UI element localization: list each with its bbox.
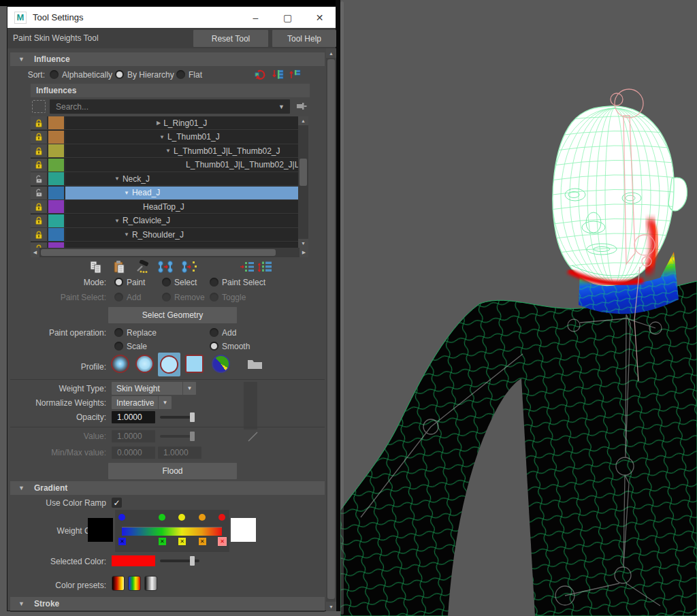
color-preset-grayscale[interactable]	[144, 576, 157, 591]
lock-toggle[interactable]	[31, 187, 48, 199]
lock-toggle[interactable]	[31, 242, 48, 248]
ramp-stop-color-handle[interactable]: ✕	[218, 538, 226, 545]
tree-expand-arrow-icon[interactable]: ▼	[114, 176, 120, 182]
op-add-label[interactable]: Add	[222, 328, 236, 338]
tree-expand-arrow-icon[interactable]: ▼	[124, 190, 129, 196]
max-weight-color-swatch[interactable]	[231, 518, 256, 542]
weight-type-dropdown[interactable]: Skin Weight▼	[112, 382, 196, 395]
op-scale-label[interactable]: Scale	[127, 342, 147, 351]
selected-color-slider[interactable]	[160, 560, 199, 562]
title-bar[interactable]: M Tool Settings – ▢ ✕	[7, 7, 336, 28]
selected-color-swatch[interactable]	[112, 555, 155, 566]
lock-toggle[interactable]	[31, 159, 48, 172]
lock-toggle[interactable]	[31, 172, 48, 185]
copy-weights-icon[interactable]	[89, 260, 103, 274]
min-weight-color-swatch[interactable]	[88, 518, 113, 542]
color-preset-fire[interactable]	[112, 576, 125, 591]
paste-weights-icon[interactable]	[112, 260, 126, 274]
influence-row[interactable]: ▼ Head_J	[31, 187, 298, 200]
mode-select-radio[interactable]	[162, 278, 171, 287]
viewport-3d[interactable]	[340, 0, 697, 616]
tool-help-button[interactable]: Tool Help	[272, 30, 336, 47]
brush-square-icon[interactable]	[185, 355, 204, 373]
scroll-up-arrow[interactable]: ▲	[326, 48, 336, 58]
sort-flat-label[interactable]: Flat	[189, 70, 202, 80]
color-ramp-bar[interactable]	[122, 527, 222, 536]
color-preset-rainbow[interactable]	[128, 576, 141, 591]
influence-row[interactable]: ▶ L_Ring01_J	[31, 116, 298, 130]
scroll-down-arrow[interactable]: ▼	[298, 239, 308, 248]
stroke-section-header[interactable]: ▼ Stroke	[10, 597, 325, 611]
ramp-stop-position-handle[interactable]	[159, 514, 165, 521]
op-scale-radio[interactable]	[114, 342, 123, 351]
mode-paint-label[interactable]: Paint	[127, 278, 145, 287]
flood-button[interactable]: Flood	[108, 463, 237, 479]
character-model[interactable]	[340, 0, 697, 616]
sort-hierarchy-radio[interactable]	[115, 70, 124, 79]
show-influences-list-icon[interactable]	[240, 261, 255, 273]
mode-select-label[interactable]: Select	[174, 278, 197, 287]
collapse-arrow-icon[interactable]: ▼	[18, 485, 25, 491]
scroll-right-arrow[interactable]: ▶	[299, 248, 308, 257]
pin-icon[interactable]	[295, 101, 307, 112]
mode-paint-select-label[interactable]: Paint Select	[222, 278, 265, 287]
brush-soft-icon[interactable]	[135, 355, 154, 373]
ramp-stop-color-handle[interactable]: ✕	[159, 538, 166, 545]
ramp-stop-color-handle[interactable]: ✕	[178, 538, 186, 545]
influence-row[interactable]: HeadTop_J	[31, 200, 298, 214]
sort-list-down-icon[interactable]	[272, 69, 284, 80]
influence-row[interactable]: ▼ R_Shoulder_J	[31, 228, 298, 242]
show-selected-influence-icon[interactable]	[257, 261, 272, 273]
list-vertical-scrollbar[interactable]: ▲ ▼	[298, 116, 308, 248]
move-influences-icon[interactable]	[157, 260, 174, 274]
search-dropdown-arrow-icon[interactable]: ▼	[278, 103, 285, 110]
influences-list[interactable]: ▶ L_Ring01_J ▼ L_Thumb01_J ▼ L_Thumb01_J…	[31, 116, 298, 248]
lock-toggle[interactable]	[31, 214, 48, 227]
slider-handle[interactable]	[190, 412, 195, 422]
lock-toggle[interactable]	[31, 200, 48, 213]
ramp-stop-position-handle[interactable]	[118, 514, 125, 521]
panel-scrollbar[interactable]: ▲ ▼	[326, 48, 336, 611]
opacity-field[interactable]: 1.0000	[112, 411, 155, 423]
minimize-button[interactable]: –	[240, 7, 272, 28]
maximize-button[interactable]: ▢	[272, 7, 304, 28]
ramp-stop-position-handle[interactable]	[199, 514, 206, 521]
lock-toggle[interactable]	[31, 116, 48, 129]
collapse-arrow-icon[interactable]: ▼	[18, 56, 25, 63]
marquee-select-icon[interactable]	[32, 100, 46, 113]
close-button[interactable]: ✕	[304, 7, 336, 28]
tree-expand-arrow-icon[interactable]: ▼	[114, 218, 120, 224]
reset-tool-button[interactable]: Reset Tool	[193, 30, 268, 47]
op-add-radio[interactable]	[210, 328, 218, 337]
scroll-thumb[interactable]	[41, 249, 276, 256]
op-replace-label[interactable]: Replace	[127, 328, 157, 338]
tree-expand-arrow-icon[interactable]: ▼	[165, 148, 171, 154]
brush-gaussian-icon[interactable]	[111, 355, 129, 373]
brush-solid-icon[interactable]	[160, 355, 178, 374]
refresh-influences-icon[interactable]	[255, 69, 267, 80]
search-input[interactable]: Search... ▼	[50, 99, 290, 114]
mode-paint-select-radio[interactable]	[210, 278, 218, 287]
ramp-stop-position-handle[interactable]	[218, 514, 225, 521]
use-color-ramp-checkbox[interactable]: ✓	[112, 498, 122, 508]
sort-flat-radio[interactable]	[176, 70, 185, 79]
sort-alphabetical-label[interactable]: Alphabetically	[62, 70, 112, 80]
op-smooth-radio[interactable]	[210, 342, 218, 351]
sort-list-up-icon[interactable]	[289, 69, 301, 80]
ramp-stop-position-handle[interactable]	[178, 514, 185, 521]
sort-hierarchy-label[interactable]: By Hierarchy	[127, 70, 174, 80]
ramp-stop-color-handle[interactable]: ✕	[199, 538, 206, 545]
slider-handle[interactable]	[190, 556, 195, 566]
opacity-slider[interactable]	[160, 416, 194, 419]
lock-toggle[interactable]	[31, 144, 48, 157]
influence-row[interactable]: ▼ R_Clavicle_J	[31, 214, 298, 228]
scroll-up-arrow[interactable]: ▲	[298, 116, 308, 125]
tree-expand-arrow-icon[interactable]: ▼	[159, 134, 165, 140]
move-influences-alt-icon[interactable]	[181, 260, 197, 274]
tree-expand-arrow-icon[interactable]: ▶	[157, 120, 161, 126]
influence-row[interactable]	[31, 242, 298, 248]
op-smooth-label[interactable]: Smooth	[222, 342, 250, 351]
influence-row[interactable]: ▼ Neck_J	[31, 172, 298, 186]
gradient-section-header[interactable]: ▼ Gradient	[10, 481, 325, 495]
sort-alphabetical-radio[interactable]	[50, 70, 59, 79]
